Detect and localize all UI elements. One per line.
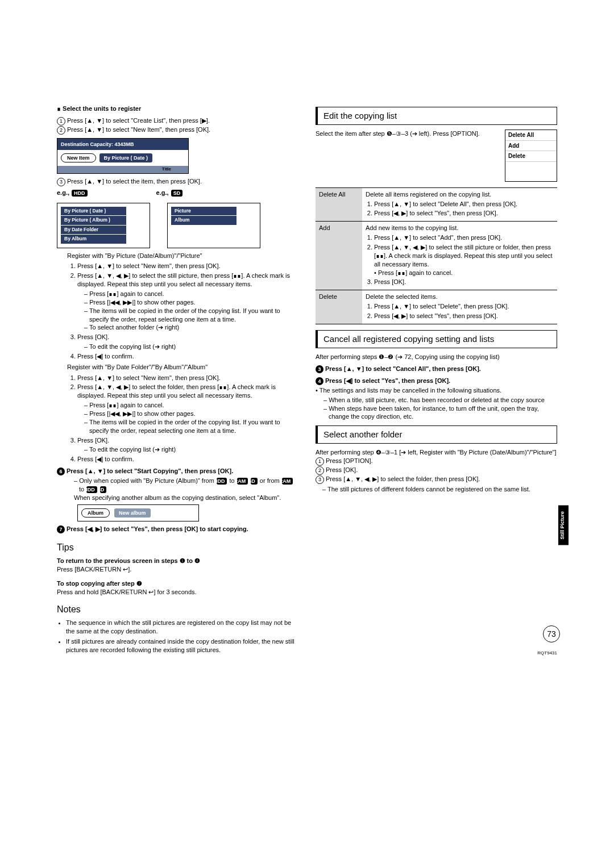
hdd-menu-item: By Date Folder xyxy=(61,226,126,234)
list-item: Press [▲, ▼] to select "New item", then … xyxy=(77,374,298,382)
cancel-sub: When a title, still picture, etc. has be… xyxy=(323,396,557,404)
edit-actions-table: Delete All Delete all items registered o… xyxy=(316,187,557,324)
right-column: Edit the copying list Select the item af… xyxy=(316,102,557,657)
step-7: 7Press [◀, ▶] to select "Yes", then pres… xyxy=(57,525,298,533)
sub-item: Press [|◀◀, ▶▶|] to show other pages. xyxy=(84,298,298,307)
sel-step-3: 3Press [▲, ▼, ◀, ▶] to select the folder… xyxy=(316,475,557,494)
sel-sub: The still pictures of different folders … xyxy=(322,485,557,494)
left-column: Select the units to register 1Press [▲, … xyxy=(57,102,298,657)
section-edit-copying: Edit the copying list xyxy=(316,107,557,125)
section-cancel-all: Cancel all registered copying setting an… xyxy=(316,330,557,348)
cancel-bullet: • The settings and lists may be cancelle… xyxy=(316,386,557,395)
page-number: 73 xyxy=(543,625,560,642)
ui-dest-box: Destination Capacity: 4343MB New Item By… xyxy=(57,138,189,174)
title-subhead: Title xyxy=(57,166,188,173)
sub-item: Press [|◀◀, ▶▶|] to show other pages. xyxy=(84,410,298,418)
hdd-menu-item: By Album xyxy=(61,235,126,243)
list-item: Press [◀] to confirm. xyxy=(77,455,298,464)
register-heading-picture: Register with "By Picture (Date/Album)"/… xyxy=(67,252,298,260)
sd-menu-box: Picture Album xyxy=(167,203,260,248)
list-item: Press [▲, ▼, ◀, ▶] to select the still p… xyxy=(77,272,298,332)
step-3: 3Press [▲, ▼] to select the item, then p… xyxy=(57,177,298,186)
cell-header: Delete All xyxy=(316,187,362,222)
step-6: 6Press [▲, ▼] to select "Start Copying",… xyxy=(57,467,298,475)
option-popup: Delete All Add Delete xyxy=(505,130,557,182)
cancel-step-4: 4Press [◀] to select "Yes", then press [… xyxy=(316,377,557,385)
step-2: 2Press [▲, ▼] to select "New Item", then… xyxy=(57,126,298,135)
side-tab-still-picture: Still Picture xyxy=(558,506,569,545)
table-row: Add Add new items to the copying list. P… xyxy=(316,222,557,290)
document-id: RQT9431 xyxy=(537,650,557,657)
sub-item: The items will be copied in the order of… xyxy=(84,418,298,435)
sub-item: To select another folder (➔ right) xyxy=(84,323,298,332)
option-delete-all[interactable]: Delete All xyxy=(505,130,557,141)
cell-header: Delete xyxy=(316,290,362,324)
by-picture-date-pill: By Picture ( Date ) xyxy=(99,153,153,162)
list-item: Press [OK]. To edit the copying list (➔ … xyxy=(77,333,298,351)
sub-item: The items will be copied in the order of… xyxy=(84,307,298,324)
tips-body-1: Press [BACK/RETURN ↩]. xyxy=(57,565,298,574)
step6-note: Only when copied with "By Picture (Album… xyxy=(74,477,298,502)
sel-step-2: 2Press [OK]. xyxy=(316,466,557,475)
sel-step-1: 1Press [OPTION]. xyxy=(316,457,557,466)
list-item: Press [◀] to confirm. xyxy=(77,352,298,361)
cell-body: Delete the selected items. Press [▲, ▼] … xyxy=(362,290,557,324)
cell-body: Delete all items registered on the copyi… xyxy=(362,187,557,222)
tips-sub-2: To stop copying after step ❼ xyxy=(57,579,298,588)
tips-sub-1: To return to the previous screen in step… xyxy=(57,557,298,565)
dest-capacity-bar: Destination Capacity: 4343MB xyxy=(57,139,188,150)
list-item: Press [OK]. To edit the copying list (➔ … xyxy=(77,436,298,454)
album-pill: Album xyxy=(81,508,110,518)
note-item: The sequence in which the still pictures… xyxy=(66,619,298,636)
cell-header: Add xyxy=(316,222,362,290)
sub-item: Press [∎∎] again to cancel. xyxy=(84,401,298,410)
edit-lead-text: Select the item after step ❺–③–3 (➔ left… xyxy=(316,130,499,138)
sd-menu-item: Picture xyxy=(171,207,237,215)
table-row: Delete All Delete all items registered o… xyxy=(316,187,557,222)
option-delete[interactable]: Delete xyxy=(505,151,557,162)
eg-sd-label: e.g., SD xyxy=(156,189,184,197)
sub-item: Press [∎∎] again to cancel. xyxy=(84,290,298,298)
sd-menu-item: Album xyxy=(171,216,237,224)
tips-body-2: Press and hold [BACK/RETURN ↩] for 3 sec… xyxy=(57,588,298,596)
section-select-folder: Select another folder xyxy=(316,425,557,444)
note-item: If still pictures are already contained … xyxy=(66,637,298,654)
sub-item: To edit the copying list (➔ right) xyxy=(84,343,298,351)
album-select-box: Album New album xyxy=(77,504,199,521)
hdd-menu-box: By Picture ( Date ) By Picture ( Album )… xyxy=(57,203,150,248)
cancel-sub: When steps have been taken, for instance… xyxy=(323,404,557,422)
tips-heading: Tips xyxy=(57,541,298,554)
option-add[interactable]: Add xyxy=(505,141,557,152)
hdd-menu-item: By Picture ( Album ) xyxy=(61,216,126,224)
notes-heading: Notes xyxy=(57,603,298,616)
new-album-pill: New album xyxy=(114,508,151,518)
hdd-menu-item: By Picture ( Date ) xyxy=(61,207,126,215)
cell-body: Add new items to the copying list. Press… xyxy=(362,222,557,290)
sub-item: To edit the copying list (➔ right) xyxy=(84,445,298,454)
new-item-pill: New Item xyxy=(61,153,96,162)
cancel-lead: After performing steps ❶–❷ (➔ 72, Copyin… xyxy=(316,353,557,361)
table-row: Delete Delete the selected items. Press … xyxy=(316,290,557,324)
step-1: 1Press [▲, ▼] to select "Create List", t… xyxy=(57,116,298,126)
register-heading-album: Register with "By Date Folder"/"By Album… xyxy=(67,363,298,372)
list-item: Press [▲, ▼] to select "New item", then … xyxy=(77,262,298,270)
eg-hdd-label: e.g., HDD xyxy=(57,189,88,197)
sel-lead: After performing step ❹–③–1 [➔ left, Reg… xyxy=(316,448,557,457)
subheading-select-units: Select the units to register xyxy=(57,105,298,113)
list-item: Press [▲, ▼, ◀, ▶] to select the folder,… xyxy=(77,383,298,435)
cancel-step-3: 3Press [▲, ▼] to select "Cancel All", th… xyxy=(316,365,557,373)
